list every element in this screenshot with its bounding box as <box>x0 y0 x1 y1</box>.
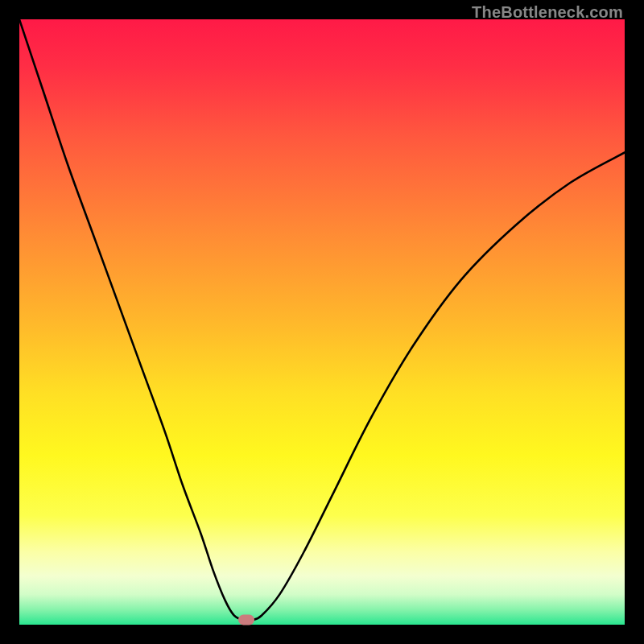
chart-frame: TheBottleneck.com <box>0 0 644 644</box>
bottleneck-curve <box>19 19 625 621</box>
curve-layer <box>19 19 625 625</box>
optimal-marker-icon <box>238 614 254 625</box>
watermark-text: TheBottleneck.com <box>472 3 623 22</box>
plot-area <box>19 19 625 625</box>
